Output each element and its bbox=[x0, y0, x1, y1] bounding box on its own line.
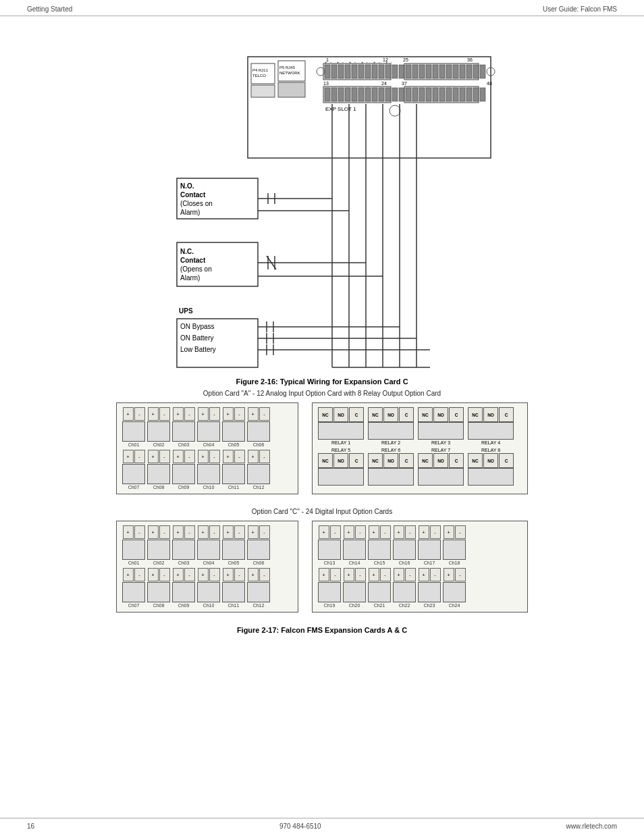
card-panel-c-left: + - Ch01 + - Ch02 + bbox=[116, 521, 298, 613]
relay-nc: NC bbox=[418, 453, 433, 468]
svg-rect-44 bbox=[439, 65, 445, 78]
page-header: Getting Started User Guide: Falcon FMS bbox=[0, 0, 644, 16]
relay-c: C bbox=[349, 407, 364, 422]
terminal-minus: - bbox=[159, 450, 170, 463]
card-panel-a-right: NC NO C RELAY 1 NC NO C RELAY 2 bbox=[312, 402, 528, 494]
relay-nc: NC bbox=[368, 407, 383, 422]
svg-text:25: 25 bbox=[403, 57, 408, 62]
ch06-label: Ch06 bbox=[253, 442, 265, 447]
svg-rect-79 bbox=[460, 88, 465, 101]
svg-rect-58 bbox=[325, 88, 330, 101]
svg-text:EXP SLOT 1: EXP SLOT 1 bbox=[325, 106, 356, 112]
svg-text:+: + bbox=[361, 60, 364, 64]
channel-c-ch02: + - Ch02 bbox=[147, 525, 170, 565]
svg-rect-42 bbox=[426, 65, 431, 78]
relay-no: NO bbox=[383, 407, 398, 422]
relay-no: NO bbox=[483, 407, 498, 422]
terminal-plus: + bbox=[123, 407, 134, 421]
expansion-cards-row-c: + - Ch01 + - Ch02 + bbox=[27, 521, 617, 613]
relay-1: NC NO C RELAY 1 bbox=[318, 407, 364, 445]
channel-c-ch12: + - Ch12 bbox=[247, 568, 270, 608]
ch04-label: Ch04 bbox=[203, 442, 215, 447]
svg-rect-21 bbox=[372, 65, 377, 78]
svg-rect-24 bbox=[392, 65, 398, 78]
relay-4-label: RELAY 4 bbox=[481, 440, 500, 445]
svg-text:Contact: Contact bbox=[180, 257, 206, 264]
svg-rect-6 bbox=[278, 82, 305, 97]
terminal-minus: - bbox=[134, 450, 145, 463]
channel-ch01: + - Ch01 bbox=[122, 407, 145, 447]
svg-text:N.O.: N.O. bbox=[180, 182, 194, 190]
terminal-plus: + bbox=[173, 450, 184, 463]
svg-rect-16 bbox=[338, 65, 344, 78]
relay-4: NC NO C RELAY 4 bbox=[468, 407, 514, 445]
header-left: Getting Started bbox=[27, 5, 72, 13]
svg-rect-19 bbox=[358, 65, 364, 78]
svg-rect-22 bbox=[379, 65, 384, 78]
svg-text:-: - bbox=[391, 60, 392, 64]
terminal-minus: - bbox=[209, 407, 220, 421]
ch12-label: Ch12 bbox=[253, 485, 265, 490]
relay-nc: NC bbox=[468, 407, 483, 422]
ch10-label: Ch10 bbox=[203, 485, 215, 490]
main-content: P4 RJ11 TELCO P5 RJ45 NETWORK 1 12 25 36 bbox=[0, 16, 644, 677]
svg-rect-61 bbox=[345, 88, 350, 101]
relay-c: C bbox=[399, 453, 414, 468]
svg-rect-46 bbox=[453, 65, 458, 78]
channel-c-ch18: + - Ch18 bbox=[443, 525, 466, 565]
relay-6: RELAY 6 NC NO C bbox=[368, 448, 414, 486]
channel-c-ch20: + - Ch20 bbox=[343, 568, 366, 608]
terminal-plus: + bbox=[198, 450, 209, 463]
terminal-minus: - bbox=[209, 450, 220, 463]
relay-no: NO bbox=[483, 453, 498, 468]
svg-text:24: 24 bbox=[381, 81, 387, 86]
svg-rect-81 bbox=[473, 88, 479, 101]
figure-17-caption: Figure 2-17: Falcon FMS Expansion Cards … bbox=[27, 626, 617, 634]
relay-5: RELAY 5 NC NO C bbox=[318, 448, 364, 486]
channel-c-ch15: + - Ch15 bbox=[368, 525, 391, 565]
terminal-minus: - bbox=[184, 450, 195, 463]
svg-text:+: + bbox=[385, 60, 388, 64]
card-panel-c-right: + - Ch13 + - Ch14 + bbox=[312, 521, 528, 613]
svg-text:Contact: Contact bbox=[180, 191, 206, 199]
svg-rect-72 bbox=[412, 88, 418, 101]
svg-text:Alarm): Alarm) bbox=[180, 274, 200, 282]
relay-c: C bbox=[499, 407, 514, 422]
svg-rect-23 bbox=[385, 65, 391, 78]
relay-2-label: RELAY 2 bbox=[381, 440, 400, 445]
channel-c-ch05: + - Ch05 bbox=[222, 525, 245, 565]
relay-no: NO bbox=[333, 407, 348, 422]
page-footer: 16 970 484-6510 www.rletech.com bbox=[0, 818, 644, 834]
svg-text:+: + bbox=[325, 60, 327, 64]
relay-nc: NC bbox=[418, 407, 433, 422]
svg-rect-20 bbox=[365, 65, 371, 78]
channel-c-ch23: + - Ch23 bbox=[418, 568, 441, 608]
svg-text:Low Battery: Low Battery bbox=[180, 346, 216, 353]
channel-ch09: + - Ch09 bbox=[172, 450, 195, 490]
terminal-plus: + bbox=[223, 407, 234, 421]
channel-ch10: + - Ch10 bbox=[197, 450, 220, 490]
terminal-plus: + bbox=[148, 407, 159, 421]
terminal-plus: + bbox=[148, 450, 159, 463]
relay-no: NO bbox=[433, 407, 448, 422]
svg-text:37: 37 bbox=[402, 81, 407, 86]
terminal-plus: + bbox=[248, 407, 259, 421]
svg-rect-69 bbox=[399, 88, 404, 101]
ch01-label: Ch01 bbox=[128, 442, 140, 447]
channel-c-ch11: + - Ch11 bbox=[222, 568, 245, 608]
svg-rect-64 bbox=[365, 88, 371, 101]
terminal-plus: + bbox=[123, 450, 134, 463]
relay-no: NO bbox=[383, 453, 398, 468]
terminal-minus: - bbox=[234, 450, 245, 463]
terminal-minus: - bbox=[159, 407, 170, 421]
ch02-label: Ch02 bbox=[153, 442, 165, 447]
svg-rect-60 bbox=[338, 88, 344, 101]
svg-rect-73 bbox=[419, 88, 425, 101]
svg-text:+: + bbox=[349, 60, 352, 64]
channel-c-ch14: + - Ch14 bbox=[343, 525, 366, 565]
channel-c-ch19: + - Ch19 bbox=[318, 568, 341, 608]
svg-text:UPS: UPS bbox=[179, 307, 193, 315]
channel-c-ch08: + - Ch08 bbox=[147, 568, 170, 608]
channel-c-ch13: + - Ch13 bbox=[318, 525, 341, 565]
channel-ch08: + - Ch08 bbox=[147, 450, 170, 490]
